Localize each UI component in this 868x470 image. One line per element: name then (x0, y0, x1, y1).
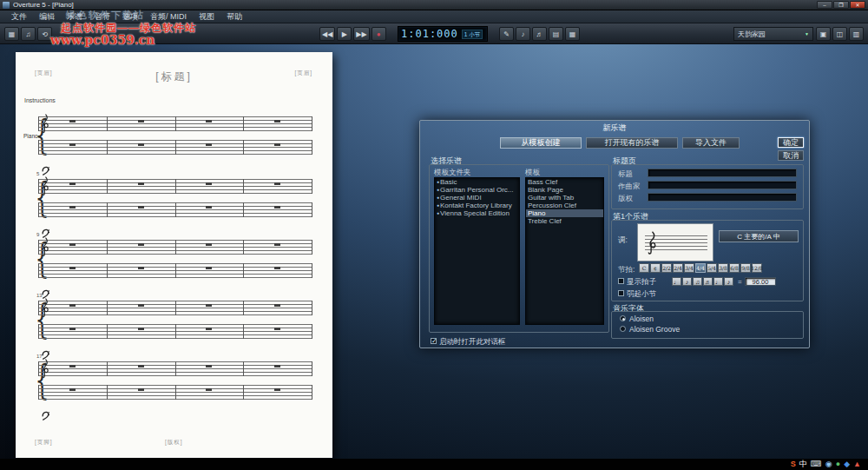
tab-open-existing[interactable]: 打开现有的乐谱 (586, 137, 678, 149)
font-radio-aloisen-label: Aloisen (629, 314, 654, 323)
meter-button[interactable]: 3/8 (718, 263, 728, 273)
menu-view[interactable]: 视图 (193, 10, 220, 23)
meter-button[interactable]: 3/4 (684, 263, 694, 273)
note-value-button[interactable]: ♩ (713, 277, 723, 286)
font-radio-aloisen-groove-label: Aloisen Groove (629, 325, 680, 334)
menu-file[interactable]: 文件 (5, 10, 33, 23)
grand-staff-system[interactable]: 17 { (38, 361, 312, 401)
list-item[interactable]: ●Kontakt Factory Library (435, 202, 519, 209)
workspace-combo[interactable]: 天韵家园 ▼ (733, 27, 813, 41)
pencil-tool-icon[interactable]: ✎ (499, 27, 514, 41)
menu-edit[interactable]: 编辑 (33, 10, 61, 23)
meter-button[interactable]: C (639, 263, 649, 273)
beam-tool-icon[interactable]: ♬ (532, 27, 547, 41)
note-value-button[interactable]: ♪ (724, 277, 733, 286)
menu-notes[interactable]: 音符 (89, 10, 116, 23)
layout-rows-icon[interactable]: ▥ (849, 27, 864, 41)
menu-help[interactable]: 帮助 (220, 10, 248, 23)
play-icon: ▶ (342, 30, 347, 38)
score-icon[interactable]: ♫ (21, 27, 36, 41)
open-at-startup-checkbox[interactable] (431, 338, 437, 344)
template-item-label: Blank Page (528, 186, 563, 194)
tab-import-file[interactable]: 导入文件 (682, 137, 740, 149)
keyboard-icon[interactable]: ⌨ (811, 460, 822, 469)
copyright-field[interactable] (648, 193, 797, 202)
tempo-field[interactable]: 96.00 (745, 277, 776, 286)
chevron-down-icon: ▼ (805, 31, 809, 36)
list-item[interactable]: Guitar with Tab (526, 194, 603, 202)
list-item[interactable]: Blank Page (526, 186, 603, 194)
meter-button-selected[interactable]: 4/4 (695, 263, 706, 273)
score-page[interactable]: [页眉] [页眉] [标题] Instructions Piano { (16, 52, 332, 458)
network-icon[interactable]: ◆ (844, 460, 850, 469)
workspace-background: [页眉] [页眉] [标题] Instructions Piano { (0, 44, 868, 459)
menu-score[interactable]: 乐谱 (61, 10, 89, 23)
forward-button[interactable]: ▶▶ (353, 27, 369, 41)
meter-button[interactable]: 2/4 (673, 263, 683, 273)
time-display[interactable]: 1:01:000 1 小节 (398, 26, 488, 42)
font-radio-aloisen[interactable] (620, 315, 626, 321)
meter-button[interactable]: 12/8 (752, 263, 762, 273)
template-folders-list[interactable]: ●Basic ●Garritan Personal Orc... ●Genera… (434, 177, 520, 325)
key-select-button[interactable]: C 主要的/A 中 (719, 230, 799, 242)
minimize-button[interactable]: – (817, 1, 832, 9)
template-item-label: Bass Clef (528, 178, 557, 186)
maximize-button[interactable]: ❐ (833, 1, 849, 9)
close-button[interactable]: ✕ (850, 1, 865, 9)
alert-icon[interactable]: ▲ (853, 460, 861, 469)
treble-clef-icon (647, 231, 658, 255)
rewind-button[interactable]: ◀◀ (319, 27, 335, 41)
meter-button[interactable]: 2/2 (661, 263, 672, 273)
sogou-input-icon[interactable]: S (791, 460, 796, 469)
grand-staff-system[interactable]: 9 { (38, 240, 312, 280)
list-item[interactable]: Treble Clef (526, 217, 603, 225)
folder-item-label: General MIDI (440, 194, 482, 202)
grand-staff-system[interactable]: 13 { (38, 301, 312, 341)
grand-staff-system[interactable]: 5 { (38, 179, 312, 219)
grid-icon[interactable]: ▦ (565, 27, 580, 41)
window-title: Overture 5 - [Piano] (13, 1, 74, 9)
composer-field[interactable] (648, 181, 797, 189)
mixer-icon[interactable]: ▤ (549, 27, 563, 41)
meter-button[interactable]: 6/8 (729, 263, 740, 273)
note-value-button[interactable]: ♫ (693, 277, 702, 286)
pickup-measure-checkbox[interactable] (618, 290, 624, 296)
ok-button[interactable]: 确定 (778, 137, 804, 148)
list-item-selected[interactable]: Piano (526, 209, 603, 217)
list-item[interactable]: ●Basic (435, 178, 519, 186)
overture-window: Overture 5 - [Piano] – ❐ ✕ 文件 编辑 乐谱 音符 选… (0, 0, 868, 470)
note-tool-icon[interactable]: ♪ (516, 27, 530, 41)
meter-button[interactable]: 5/4 (707, 263, 717, 273)
meter-button-row: C ¢ 2/2 2/4 3/4 4/4 5/4 3/8 6/8 9/8 12/8 (639, 263, 762, 273)
treble-staff (38, 240, 312, 255)
track-list-icon[interactable]: ▦ (4, 27, 19, 41)
list-item[interactable]: ●Vienna Special Edition (435, 209, 519, 217)
meter-button[interactable]: ¢ (650, 263, 661, 273)
menu-audio-midi[interactable]: 音频/ MIDI (144, 10, 193, 23)
new-score-dialog: 新乐谱 从模板创建 打开现有的乐谱 导入文件 确定 取消 选择乐谱 模板文件夹 … (419, 120, 810, 348)
layout-split-icon[interactable]: ◫ (832, 27, 847, 41)
list-item[interactable]: Bass Clef (526, 178, 603, 186)
meter-button[interactable]: 9/8 (740, 263, 751, 273)
loop-icon[interactable]: ⟲ (37, 27, 52, 41)
font-radio-aloisen-groove[interactable] (620, 326, 626, 332)
list-item[interactable]: ●Garritan Personal Orc... (435, 186, 519, 194)
tab-create-from-template[interactable]: 从模板创建 (500, 137, 582, 149)
list-item[interactable]: Percussion Clef (526, 202, 603, 209)
templates-list[interactable]: Bass Clef Blank Page Guitar with Tab Per… (525, 177, 604, 325)
grand-staff-system[interactable]: Piano { (38, 116, 312, 156)
settings-icon[interactable]: ◉ (825, 460, 832, 469)
note-value-button[interactable]: ♪ (682, 277, 692, 286)
title-field[interactable] (648, 169, 797, 177)
record-button[interactable]: ● (372, 27, 386, 41)
status-dot-icon[interactable]: ● (836, 460, 840, 469)
menu-options[interactable]: 选项 (116, 10, 144, 23)
language-icon[interactable]: 中 (799, 460, 807, 469)
list-item[interactable]: ●General MIDI (435, 194, 519, 202)
note-value-button[interactable]: ♩ (672, 277, 681, 286)
note-value-button[interactable]: ♬ (703, 277, 713, 286)
cancel-button[interactable]: 取消 (778, 150, 804, 161)
play-button[interactable]: ▶ (337, 27, 352, 41)
show-beat-checkbox[interactable] (618, 278, 624, 284)
layout-single-icon[interactable]: ▣ (816, 27, 831, 41)
